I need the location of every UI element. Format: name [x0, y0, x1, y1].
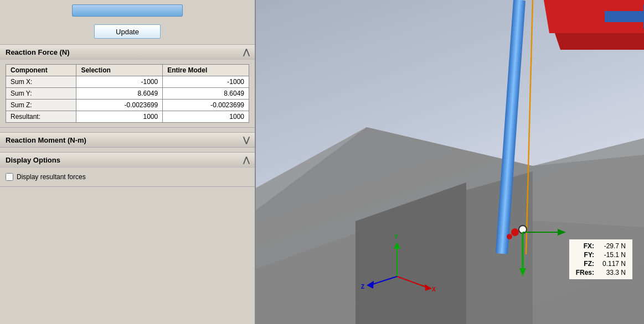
fy-value: -15.1 N [597, 250, 628, 259]
reaction-moment-section: Reaction Moment (N-m) ⋁ [0, 132, 255, 148]
fz-row: FZ: 0.117 N [574, 259, 628, 268]
update-button[interactable]: Update [94, 24, 161, 39]
fres-label: FRes: [574, 268, 597, 277]
fx-value: -29.7 N [597, 242, 628, 250]
fy-row: FY: -15.1 N [574, 250, 628, 259]
blue-bar [72, 4, 183, 17]
cell-entireModel: -0.0023699 [163, 100, 249, 111]
reaction-force-title: Reaction Force (N) [6, 48, 70, 56]
display-options-header[interactable]: Display Options ⋀ [0, 153, 255, 168]
fres-row: FRes: 33.3 N [574, 268, 628, 277]
table-row: Sum X:-1000-1000 [6, 76, 249, 88]
col-selection: Selection [76, 65, 163, 76]
update-btn-row: Update [0, 21, 255, 44]
cell-component: Sum Z: [6, 100, 76, 111]
left-panel: Update Reaction Force (N) ⋀ Component Se… [0, 0, 256, 324]
viewport: X Y Z FX: -29.7 N FY: -15.1 N FZ: 0.117 … [256, 0, 644, 324]
force-table: FX: -29.7 N FY: -15.1 N FZ: 0.117 N FRes… [574, 242, 628, 277]
cell-selection: -1000 [76, 76, 163, 88]
fres-value: 33.3 N [597, 268, 628, 277]
table-row: Sum Z:-0.0023699-0.0023699 [6, 100, 249, 111]
cell-selection: -0.0023699 [76, 100, 163, 111]
reaction-moment-header[interactable]: Reaction Moment (N-m) ⋁ [0, 133, 255, 147]
fx-row: FX: -29.7 N [574, 242, 628, 250]
cell-entireModel: -1000 [163, 76, 249, 88]
reaction-force-table: Component Selection Entire Model Sum X:-… [6, 64, 249, 123]
display-options-section: Display Options ⋀ Display resultant forc… [0, 152, 255, 187]
table-row: Sum Y:8.60498.6049 [6, 88, 249, 100]
fx-label: FX: [574, 242, 597, 250]
fz-value: 0.117 N [597, 259, 628, 268]
force-readout: FX: -29.7 N FY: -15.1 N FZ: 0.117 N FRes… [569, 239, 633, 280]
col-component: Component [6, 65, 76, 76]
table-row: Resultant:10001000 [6, 111, 249, 123]
reaction-force-section: Reaction Force (N) ⋀ Component Selection… [0, 44, 255, 128]
cell-selection: 1000 [76, 111, 163, 123]
reaction-force-table-container: Component Selection Entire Model Sum X:-… [0, 60, 255, 127]
col-entire-model: Entire Model [163, 65, 249, 76]
fy-label: FY: [574, 250, 597, 259]
reaction-force-collapse-icon[interactable]: ⋀ [243, 48, 249, 56]
cell-component: Sum X: [6, 76, 76, 88]
display-resultant-label[interactable]: Display resultant forces [17, 173, 86, 181]
display-resultant-checkbox[interactable] [6, 173, 13, 181]
reaction-moment-title: Reaction Moment (N-m) [6, 136, 86, 144]
reaction-force-header[interactable]: Reaction Force (N) ⋀ [0, 45, 255, 60]
cell-component: Resultant: [6, 111, 76, 123]
display-options-title: Display Options [6, 156, 60, 164]
display-options-collapse-icon[interactable]: ⋀ [243, 155, 249, 164]
display-options-content: Display resultant forces [0, 168, 255, 186]
reaction-moment-collapse-icon[interactable]: ⋁ [243, 135, 249, 144]
top-bar [0, 0, 255, 21]
cell-entireModel: 8.6049 [163, 88, 249, 100]
cell-entireModel: 1000 [163, 111, 249, 123]
display-resultant-row: Display resultant forces [6, 172, 249, 182]
fz-label: FZ: [574, 259, 597, 268]
cell-selection: 8.6049 [76, 88, 163, 100]
cell-component: Sum Y: [6, 88, 76, 100]
